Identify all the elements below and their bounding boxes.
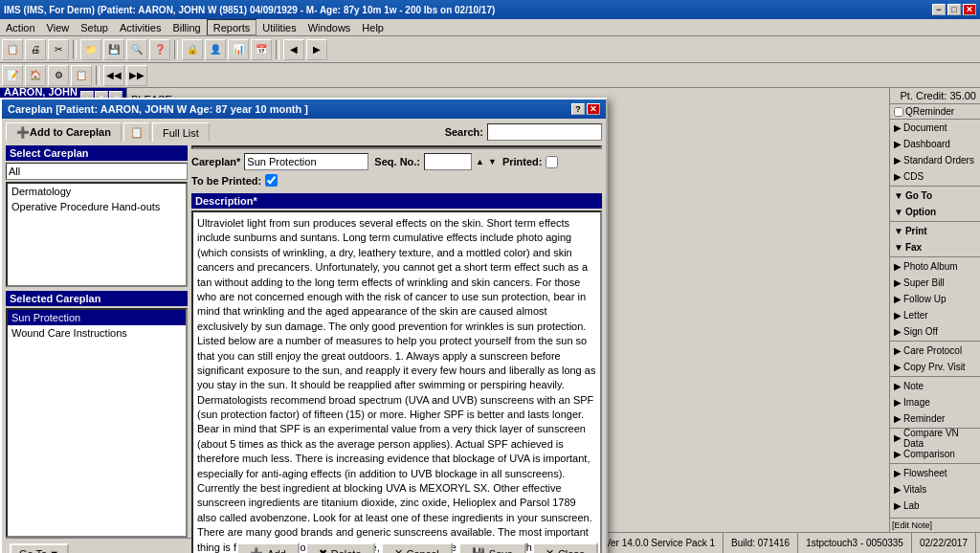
save-btn[interactable]: 💾 Save xyxy=(458,542,526,553)
tab-full-list[interactable]: Full List xyxy=(152,122,210,142)
maximize-btn[interactable]: □ xyxy=(947,4,961,15)
printed-label: Printed: xyxy=(502,156,543,167)
delete-btn[interactable]: ✖ Delete xyxy=(305,542,375,553)
selected-careplan-section: Selected Careplan Sun Protection Wound C… xyxy=(6,291,188,538)
toolbar-1: 📋 🖨 ✂ 📁 💾 🔍 ❓ 🔒 👤 📊 📅 ◀ ▶ xyxy=(0,36,980,63)
printed-checkbox[interactable] xyxy=(546,156,558,168)
select-careplan-list: Dermatology Operative Procedure Hand-out… xyxy=(6,182,188,287)
description-area[interactable]: Ultraviolet light from sun produces seve… xyxy=(191,210,602,553)
menu-setup[interactable]: Setup xyxy=(75,19,114,35)
toolbar-btn-13[interactable]: ▶ xyxy=(306,39,327,60)
status-build: Build: 071416 xyxy=(724,533,798,553)
toolbar-btn-7[interactable]: ❓ xyxy=(149,39,170,60)
to-be-printed-label: To be Printed: xyxy=(191,175,261,187)
menu-bar: Action View Setup Activities Billing Rep… xyxy=(0,19,980,36)
title-bar: IMS (IMS, For Derm) (Patient: AARON, JOH… xyxy=(0,0,980,19)
tab-add-label: Add to Careplan xyxy=(30,126,111,138)
toolbar-2: 📝 🏠 ⚙ 📋 ◀◀ ▶▶ xyxy=(0,63,980,88)
menu-reports[interactable]: Reports xyxy=(207,19,257,35)
careplan-cat-op[interactable]: Operative Procedure Hand-outs xyxy=(8,199,186,214)
add-btn[interactable]: ➕ Add xyxy=(236,542,300,553)
careplan-check-acne[interactable]: Acne xyxy=(193,147,600,149)
toolbar-btn-5[interactable]: 💾 xyxy=(103,39,124,60)
save-icon: 💾 xyxy=(472,547,485,553)
careplan-checklist: Acne Allergic Contact Dermatitis Alpha H… xyxy=(191,145,602,149)
toolbar2-btn-2[interactable]: 🏠 xyxy=(25,65,46,86)
careplan-name-input[interactable] xyxy=(244,153,368,170)
toolbar-btn-8[interactable]: 🔒 xyxy=(182,39,203,60)
toolbar2-btn-6[interactable]: ▶▶ xyxy=(126,65,147,86)
add-icon: ➕ xyxy=(250,547,263,553)
modal-close-btn[interactable]: ✕ xyxy=(587,103,600,115)
status-touch: 1stpctouch3 - 0050335 xyxy=(798,533,912,553)
goto-btn[interactable]: Go To ▼ xyxy=(10,543,69,554)
description-text: Ultraviolet light from sun produces seve… xyxy=(197,217,595,553)
toolbar-btn-6[interactable]: 🔍 xyxy=(126,39,147,60)
toolbar-btn-4[interactable]: 📁 xyxy=(80,39,101,60)
modal-help-btn[interactable]: ? xyxy=(571,103,585,115)
careplan-modal: Careplan [Patient: AARON, JOHN W Age: 87… xyxy=(0,98,608,553)
cancel-btn[interactable]: ✕ Cancel xyxy=(381,542,453,553)
toolbar2-btn-4[interactable]: 📋 xyxy=(71,65,92,86)
modal-overlay: Careplan [Patient: AARON, JOHN W Age: 87… xyxy=(0,88,980,532)
menu-view[interactable]: View xyxy=(41,19,76,35)
window-title: IMS (IMS, For Derm) (Patient: AARON, JOH… xyxy=(4,5,495,15)
status-date: 02/22/2017 xyxy=(912,533,976,553)
selected-item-sun[interactable]: Sun Protection xyxy=(8,310,186,325)
menu-help[interactable]: Help xyxy=(356,19,390,35)
delete-icon: ✖ xyxy=(319,547,327,553)
careplan-filter-input[interactable] xyxy=(6,163,188,180)
tab-full-label: Full List xyxy=(163,127,199,139)
toolbar-btn-3[interactable]: ✂ xyxy=(48,39,69,60)
toolbar2-btn-5[interactable]: ◀◀ xyxy=(103,65,124,86)
status-version: Ver 14.0.0 Service Pack 1 xyxy=(597,533,724,553)
toolbar-btn-11[interactable]: 📅 xyxy=(251,39,272,60)
tab-icon[interactable]: 📋 xyxy=(123,122,150,142)
selected-careplan-list: Sun Protection Wound Care Instructions xyxy=(6,308,188,538)
toolbar2-btn-3[interactable]: ⚙ xyxy=(48,65,69,86)
toolbar-btn-9[interactable]: 👤 xyxy=(205,39,226,60)
close-modal-icon: ✕ xyxy=(546,547,554,553)
toolbar-btn-2[interactable]: 🖨 xyxy=(25,39,46,60)
search-label: Search: xyxy=(445,126,483,138)
toolbar-btn-12[interactable]: ◀ xyxy=(283,39,304,60)
cancel-icon: ✕ xyxy=(394,547,403,553)
modal-title-bar: Careplan [Patient: AARON, JOHN W Age: 87… xyxy=(2,100,606,119)
seq-down-btn[interactable]: ▼ xyxy=(488,157,497,166)
selected-careplan-header: Selected Careplan xyxy=(6,291,188,306)
close-btn[interactable]: ✕ xyxy=(963,4,976,15)
menu-utilities[interactable]: Utilities xyxy=(256,19,301,35)
description-section: Description* Ultraviolet light from sun … xyxy=(191,193,602,553)
menu-windows[interactable]: Windows xyxy=(302,19,357,35)
tab-add-to-careplan[interactable]: ➕ Add to Careplan xyxy=(6,122,122,142)
main-window: IMS (IMS, For Derm) (Patient: AARON, JOH… xyxy=(0,0,980,553)
menu-billing[interactable]: Billing xyxy=(167,19,206,35)
to-be-printed-checkbox[interactable] xyxy=(265,174,278,187)
close-modal-btn[interactable]: ✕ Close xyxy=(532,542,598,553)
main-area: AARON, JOHN W ▲ ▼ ★ General Feb 1 Allerg… xyxy=(0,88,980,532)
toolbar2-btn-1[interactable]: 📝 xyxy=(2,65,23,86)
menu-activities[interactable]: Activities xyxy=(114,19,167,35)
toolbar-btn-10[interactable]: 📊 xyxy=(228,39,249,60)
modal-title-text: Careplan [Patient: AARON, JOHN W Age: 87… xyxy=(8,103,308,115)
minimize-btn[interactable]: − xyxy=(932,4,946,15)
select-careplan-header: Select Careplan xyxy=(6,145,188,161)
description-header: Description* xyxy=(191,193,602,209)
seq-no-input[interactable] xyxy=(424,153,472,170)
search-input[interactable] xyxy=(487,123,602,141)
menu-action[interactable]: Action xyxy=(0,19,41,35)
selected-item-wound[interactable]: Wound Care Instructions xyxy=(8,325,186,341)
select-careplan-section: Select Careplan Dermatology Operative Pr… xyxy=(6,145,188,287)
seq-no-label: Seq. No.: xyxy=(374,156,420,167)
goto-dropdown-icon: ▼ xyxy=(49,548,59,554)
seq-up-btn[interactable]: ▲ xyxy=(476,157,484,166)
careplan-field-label: Careplan* xyxy=(191,156,240,167)
toolbar-btn-1[interactable]: 📋 xyxy=(2,39,23,60)
careplan-cat-derm[interactable]: Dermatology xyxy=(8,184,186,199)
